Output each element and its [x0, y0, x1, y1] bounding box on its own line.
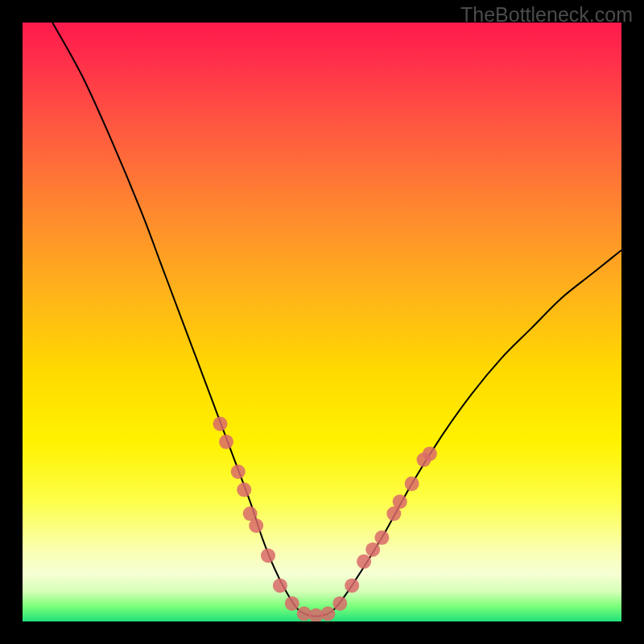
data-marker	[219, 435, 233, 449]
attribution-text: TheBottleneck.com	[460, 3, 633, 27]
data-marker	[231, 464, 246, 479]
data-marker	[320, 606, 335, 621]
data-marker	[365, 543, 380, 557]
data-marker	[332, 597, 347, 611]
data-marker	[237, 482, 251, 497]
chart-frame: TheBottleneck.com	[0, 0, 644, 644]
data-marker	[249, 518, 263, 533]
data-marker	[405, 477, 419, 491]
data-markers	[213, 417, 437, 622]
bottleneck-curve	[52, 23, 621, 617]
data-marker	[374, 530, 389, 545]
data-marker	[273, 578, 287, 592]
data-marker	[393, 494, 407, 509]
data-marker	[345, 578, 359, 592]
data-marker	[423, 447, 437, 461]
data-marker	[357, 555, 371, 569]
chart-svg	[23, 23, 621, 621]
plot-area	[23, 23, 621, 621]
data-marker	[213, 417, 228, 431]
data-marker	[261, 548, 275, 563]
data-marker	[285, 597, 299, 611]
